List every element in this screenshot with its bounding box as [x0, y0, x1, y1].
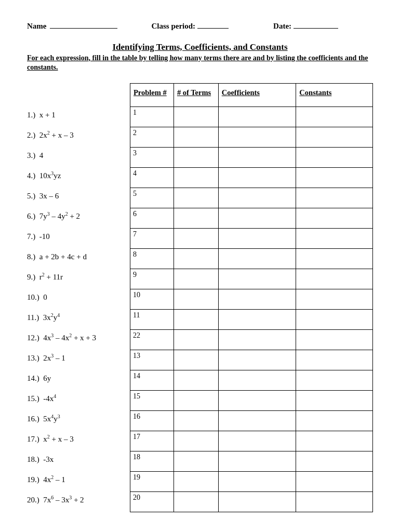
cell-coefficients[interactable] — [218, 269, 296, 289]
cell-problem-number: 10 — [130, 289, 174, 310]
cell-constants[interactable] — [296, 249, 373, 269]
worksheet-header: Name Class period: Date: — [27, 20, 373, 31]
problem-item: 19.) 4x2 – 1 — [27, 470, 126, 490]
problem-expression: 1.) x + 1 — [27, 111, 56, 119]
cell-constants[interactable] — [296, 208, 373, 229]
cell-num-terms[interactable] — [174, 492, 218, 512]
cell-coefficients[interactable] — [218, 350, 296, 370]
cell-num-terms[interactable] — [174, 350, 218, 370]
table-row: 11 — [130, 310, 373, 330]
cell-constants[interactable] — [296, 370, 373, 391]
name-blank[interactable] — [50, 20, 117, 29]
cell-coefficients[interactable] — [218, 107, 296, 127]
cell-constants[interactable] — [296, 168, 373, 188]
cell-coefficients[interactable] — [218, 411, 296, 431]
answer-table: Problem # # of Terms Coefficients Consta… — [130, 83, 373, 512]
cell-num-terms[interactable] — [174, 310, 218, 330]
cell-num-terms[interactable] — [174, 411, 218, 431]
cell-problem-number: 8 — [130, 249, 174, 269]
cell-coefficients[interactable] — [218, 208, 296, 229]
problem-item: 13.) 2x3 – 1 — [27, 348, 126, 368]
cell-num-terms[interactable] — [174, 148, 218, 168]
cell-num-terms[interactable] — [174, 249, 218, 269]
cell-coefficients[interactable] — [218, 229, 296, 249]
cell-coefficients[interactable] — [218, 148, 296, 168]
cell-num-terms[interactable] — [174, 472, 218, 492]
problem-item: 15.) -4x4 — [27, 389, 126, 409]
problem-item: 18.) -3x — [27, 449, 126, 470]
table-row: 17 — [130, 431, 373, 451]
cell-constants[interactable] — [296, 269, 373, 289]
cell-constants[interactable] — [296, 492, 373, 512]
cell-num-terms[interactable] — [174, 127, 218, 148]
cell-constants[interactable] — [296, 330, 373, 350]
table-header-row: Problem # # of Terms Coefficients Consta… — [130, 84, 373, 107]
problem-expression: 13.) 2x3 – 1 — [27, 354, 65, 363]
cell-num-terms[interactable] — [174, 391, 218, 411]
problem-expression: 8.) a + 2b + 4c + d — [27, 252, 87, 261]
cell-num-terms[interactable] — [174, 208, 218, 229]
problem-expression: 10.) 0 — [27, 293, 47, 302]
cell-constants[interactable] — [296, 310, 373, 330]
cell-problem-number: 14 — [130, 370, 174, 391]
cell-constants[interactable] — [296, 127, 373, 148]
problem-item: 10.) 0 — [27, 287, 126, 308]
problem-expression: 9.) r2 + 11r — [27, 273, 63, 282]
table-row: 8 — [130, 249, 373, 269]
cell-problem-number: 16 — [130, 411, 174, 431]
cell-coefficients[interactable] — [218, 330, 296, 350]
cell-coefficients[interactable] — [218, 188, 296, 208]
problem-expression: 17.) x2 + x – 3 — [27, 435, 74, 444]
problem-item: 5.) 3x – 6 — [27, 186, 126, 206]
cell-num-terms[interactable] — [174, 188, 218, 208]
cell-problem-number: 7 — [130, 229, 174, 249]
cell-coefficients[interactable] — [218, 431, 296, 451]
problem-expression: 19.) 4x2 – 1 — [27, 475, 65, 484]
cell-num-terms[interactable] — [174, 431, 218, 451]
col-constants: Constants — [296, 84, 373, 107]
cell-coefficients[interactable] — [218, 168, 296, 188]
problem-list: 1.) x + 12.) 2x2 + x – 33.) 44.) 10x3yz5… — [27, 83, 126, 510]
cell-num-terms[interactable] — [174, 269, 218, 289]
problem-expression: 7.) -10 — [27, 232, 50, 241]
cell-coefficients[interactable] — [218, 249, 296, 269]
cell-coefficients[interactable] — [218, 492, 296, 512]
table-row: 6 — [130, 208, 373, 229]
cell-coefficients[interactable] — [218, 310, 296, 330]
cell-constants[interactable] — [296, 229, 373, 249]
cell-constants[interactable] — [296, 188, 373, 208]
cell-problem-number: 2 — [130, 127, 174, 148]
cell-num-terms[interactable] — [174, 330, 218, 350]
cell-constants[interactable] — [296, 391, 373, 411]
cell-problem-number: 9 — [130, 269, 174, 289]
class-period-blank[interactable] — [197, 20, 229, 29]
cell-constants[interactable] — [296, 472, 373, 492]
cell-num-terms[interactable] — [174, 370, 218, 391]
cell-coefficients[interactable] — [218, 472, 296, 492]
cell-num-terms[interactable] — [174, 451, 218, 472]
cell-constants[interactable] — [296, 107, 373, 127]
cell-problem-number: 13 — [130, 350, 174, 370]
problem-item: 16.) 5x4y3 — [27, 409, 126, 429]
cell-num-terms[interactable] — [174, 229, 218, 249]
cell-num-terms[interactable] — [174, 168, 218, 188]
date-blank[interactable] — [294, 20, 338, 29]
cell-coefficients[interactable] — [218, 127, 296, 148]
cell-coefficients[interactable] — [218, 289, 296, 310]
cell-constants[interactable] — [296, 451, 373, 472]
cell-constants[interactable] — [296, 431, 373, 451]
cell-constants[interactable] — [296, 411, 373, 431]
cell-coefficients[interactable] — [218, 451, 296, 472]
cell-constants[interactable] — [296, 350, 373, 370]
table-row: 18 — [130, 451, 373, 472]
cell-coefficients[interactable] — [218, 391, 296, 411]
cell-coefficients[interactable] — [218, 370, 296, 391]
table-row: 2 — [130, 127, 373, 148]
table-row: 5 — [130, 188, 373, 208]
cell-constants[interactable] — [296, 289, 373, 310]
problem-item: 2.) 2x2 + x – 3 — [27, 125, 126, 145]
cell-num-terms[interactable] — [174, 289, 218, 310]
cell-num-terms[interactable] — [174, 107, 218, 127]
problem-expression: 11.) 3x2y4 — [27, 313, 60, 322]
cell-constants[interactable] — [296, 148, 373, 168]
